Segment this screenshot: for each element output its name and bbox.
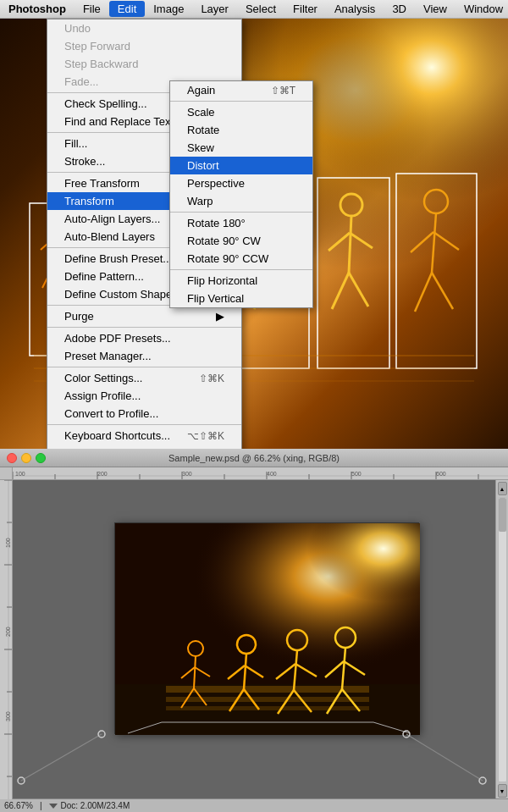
svg-text:300: 300 — [182, 471, 192, 477]
minimize-button[interactable] — [21, 453, 31, 463]
maximize-button[interactable] — [36, 453, 46, 463]
submenu-perspective[interactable]: Perspective — [170, 174, 312, 192]
scroll-thumb-v[interactable] — [499, 498, 506, 532]
bottom-section: Sample_new.psd @ 66.2% (xing, RGB/8) — [0, 449, 508, 812]
submenu-again[interactable]: Again⇧⌘T — [170, 81, 312, 99]
svg-line-115 — [21, 734, 102, 781]
ps-window: Sample_new.psd @ 66.2% (xing, RGB/8) — [0, 449, 508, 812]
menu-file[interactable]: File — [75, 1, 109, 17]
ruler-corner — [0, 467, 13, 480]
separator-7 — [47, 367, 241, 367]
svg-text:100: 100 — [5, 538, 11, 548]
submenu-rotate[interactable]: Rotate — [170, 121, 312, 139]
svg-point-117 — [98, 731, 105, 737]
menu-item-color-settings[interactable]: Color Settings...⇧⌘K — [47, 369, 241, 387]
separator-6 — [47, 327, 241, 328]
svg-text:200: 200 — [97, 471, 108, 477]
scroll-track-v[interactable] — [498, 497, 507, 782]
status-dropdown-icon[interactable] — [49, 804, 58, 809]
traffic-lights — [7, 453, 46, 463]
top-section: Photoshop File Edit Image Layer Select F… — [0, 0, 508, 449]
close-button[interactable] — [7, 453, 17, 463]
svg-text:300: 300 — [5, 711, 11, 721]
ps-statusbar: 66.67% | Doc: 2.00M/23.4M — [0, 798, 508, 812]
menu-item-adobe-pdf[interactable]: Adobe PDF Presets... — [47, 329, 241, 347]
scrollbar-vertical[interactable]: ▲ ▼ — [495, 480, 508, 799]
menu-layer[interactable]: Layer — [192, 1, 237, 17]
submenu-warp[interactable]: Warp — [170, 192, 312, 210]
scroll-up-button[interactable]: ▲ — [498, 482, 507, 495]
menu-item-purge[interactable]: Purge▶ — [47, 307, 241, 325]
ruler-left: 100 200 300 — [0, 480, 13, 799]
submenu-rotate-90ccw[interactable]: Rotate 90° CCW — [170, 250, 312, 268]
submenu-flip-horizontal[interactable]: Flip Horizontal — [170, 272, 312, 290]
menu-analysis[interactable]: Analysis — [326, 1, 384, 17]
separator-8 — [47, 424, 241, 425]
menu-window[interactable]: Window — [456, 1, 508, 17]
menu-select[interactable]: Select — [237, 1, 284, 17]
status-separator: | — [40, 801, 42, 810]
menu-view[interactable]: View — [415, 1, 456, 17]
menu-item-menus[interactable]: Menus...⌥⇧⌘M — [47, 445, 241, 449]
menu-photoshop[interactable]: Photoshop — [0, 1, 75, 17]
ps-canvas — [13, 480, 508, 799]
svg-rect-87 — [166, 706, 369, 710]
submenu-scale[interactable]: Scale — [170, 103, 312, 121]
menu-item-step-backward[interactable]: Step Backward — [47, 55, 241, 73]
menu-item-assign-profile[interactable]: Assign Profile... — [47, 387, 241, 405]
scroll-down-button[interactable]: ▼ — [498, 784, 507, 798]
svg-rect-68 — [0, 480, 13, 799]
transform-submenu: Again⇧⌘T Scale Rotate Skew Distort Persp… — [169, 80, 313, 308]
doc-size: Doc: 2.00M/23.4M — [61, 801, 130, 810]
submenu-sep-2 — [170, 212, 312, 213]
svg-point-120 — [479, 777, 486, 784]
transform-submenu-list: Again⇧⌘T Scale Rotate Skew Distort Persp… — [169, 80, 313, 308]
svg-text:400: 400 — [267, 471, 277, 477]
document-thumbnail — [114, 522, 419, 734]
svg-point-119 — [18, 777, 25, 784]
submenu-sep-1 — [170, 101, 312, 102]
menu-filter[interactable]: Filter — [284, 1, 326, 17]
submenu-distort[interactable]: Distort — [170, 157, 312, 174]
svg-text:200: 200 — [5, 627, 11, 637]
submenu-flip-vertical[interactable]: Flip Vertical — [170, 290, 312, 307]
svg-rect-48 — [13, 467, 508, 480]
ruler-top: 100 200 300 400 500 600 — [13, 467, 508, 480]
menu-item-step-forward[interactable]: Step Forward — [47, 37, 241, 55]
submenu-sep-3 — [170, 269, 312, 270]
menu-3d[interactable]: 3D — [384, 1, 415, 17]
svg-line-116 — [406, 734, 483, 781]
submenu-rotate-180[interactable]: Rotate 180° — [170, 214, 312, 232]
menu-item-keyboard-shortcuts[interactable]: Keyboard Shortcuts...⌥⇧⌘K — [47, 427, 241, 445]
svg-text:500: 500 — [351, 471, 362, 477]
svg-rect-86 — [166, 697, 369, 702]
svg-text:100: 100 — [15, 471, 25, 477]
menu-item-undo[interactable]: Undo — [47, 19, 241, 37]
svg-text:600: 600 — [436, 471, 446, 477]
ps-titlebar: Sample_new.psd @ 66.2% (xing, RGB/8) — [0, 449, 508, 467]
menu-item-convert-profile[interactable]: Convert to Profile... — [47, 405, 241, 423]
zoom-level: 66.67% — [4, 801, 33, 810]
menu-edit[interactable]: Edit — [109, 1, 145, 17]
submenu-rotate-90cw[interactable]: Rotate 90° CW — [170, 232, 312, 250]
menu-item-preset-manager[interactable]: Preset Manager... — [47, 347, 241, 365]
document-title: Sample_new.psd @ 66.2% (xing, RGB/8) — [168, 453, 340, 463]
submenu-skew[interactable]: Skew — [170, 139, 312, 157]
menu-image[interactable]: Image — [145, 1, 192, 17]
menu-bar: Photoshop File Edit Image Layer Select F… — [0, 0, 508, 19]
